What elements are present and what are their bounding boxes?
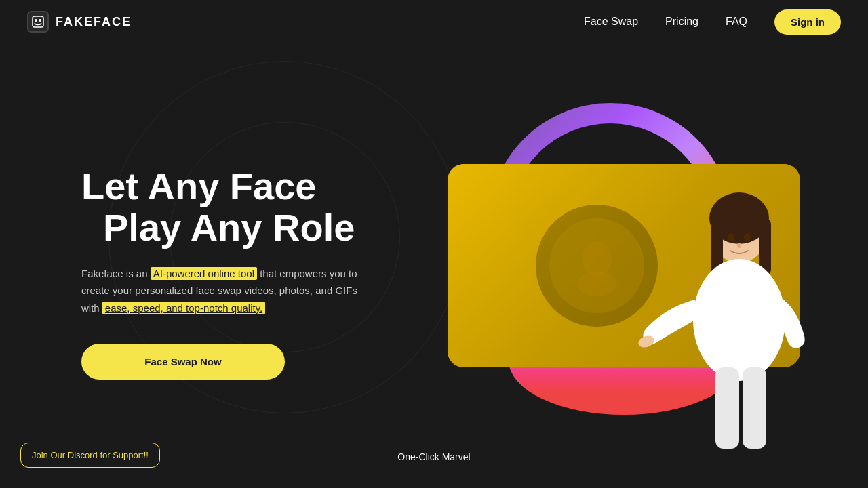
navbar: FAKEFACE Face Swap Pricing FAQ Sign in xyxy=(0,0,868,43)
svg-point-15 xyxy=(744,233,751,241)
logo-icon xyxy=(27,11,49,33)
brand-name: FAKEFACE xyxy=(56,15,132,29)
hero-description: Fakeface is an AI-powered online tool th… xyxy=(81,265,366,317)
hero-title-line1: Let Any Face xyxy=(81,165,366,207)
ghost-face-inner xyxy=(549,218,644,313)
svg-rect-12 xyxy=(715,367,739,449)
logo-area: FAKEFACE xyxy=(27,11,132,33)
main-content: Let Any Face Play Any Role Fakeface is a… xyxy=(0,43,868,488)
svg-rect-0 xyxy=(33,16,43,27)
svg-point-14 xyxy=(728,233,734,241)
nav-faq[interactable]: FAQ xyxy=(726,16,747,28)
desc-highlight: AI-powered online tool xyxy=(151,267,257,280)
hero-title: Let Any Face Play Any Role xyxy=(81,165,366,249)
one-click-label: One-Click Marvel xyxy=(397,451,470,462)
svg-point-4 xyxy=(576,272,617,296)
nav-pricing[interactable]: Pricing xyxy=(665,16,698,28)
svg-point-2 xyxy=(39,19,41,22)
signin-button[interactable]: Sign in xyxy=(774,9,841,35)
left-side: Let Any Face Play Any Role Fakeface is a… xyxy=(81,165,366,380)
hero-illustration xyxy=(434,96,814,449)
nav-links: Face Swap Pricing FAQ Sign in xyxy=(584,9,841,35)
nav-face-swap[interactable]: Face Swap xyxy=(584,16,638,28)
svg-point-3 xyxy=(582,241,612,277)
desc-highlight2: ease, speed, and top-notch quality. xyxy=(102,302,265,314)
svg-point-1 xyxy=(35,19,37,22)
discord-button[interactable]: Join Our Discord for Support!! xyxy=(20,443,160,468)
desc-prefix: Fakeface is an xyxy=(81,268,151,279)
svg-point-10 xyxy=(693,259,785,381)
woman-figure xyxy=(634,184,810,462)
svg-rect-13 xyxy=(743,367,766,449)
hero-title-line2: Play Any Role xyxy=(103,207,366,249)
cta-face-swap-button[interactable]: Face Swap Now xyxy=(81,344,285,380)
svg-point-16 xyxy=(737,243,741,248)
